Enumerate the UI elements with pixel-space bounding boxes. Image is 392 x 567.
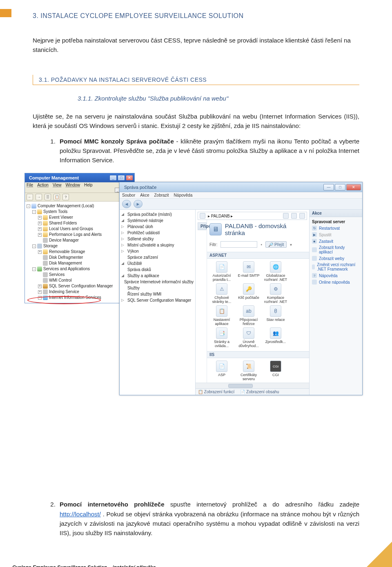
- tree-node[interactable]: -Computer Management (Local): [27, 203, 133, 209]
- chevron-icon[interactable]: ▷: [121, 224, 125, 230]
- expand-toggle[interactable]: -: [32, 210, 36, 214]
- feature-icon[interactable]: 📜Certifikáty serveru: [236, 361, 261, 381]
- back-button[interactable]: ◄: [122, 200, 131, 208]
- feature-icon[interactable]: CGICGI: [263, 361, 288, 381]
- tree-node[interactable]: ◢Správa počítače (místní): [121, 211, 194, 217]
- tree-node[interactable]: -System Tools: [27, 209, 133, 215]
- chevron-icon[interactable]: ▷: [121, 248, 125, 254]
- tree-node[interactable]: ◢Služby a aplikace: [121, 273, 194, 279]
- tree-node[interactable]: ▷Prohlížeč událostí: [121, 230, 194, 236]
- close-button[interactable]: ✕: [346, 184, 361, 190]
- action-link[interactable]: ■Zastavit: [310, 238, 362, 244]
- tree-node[interactable]: ◢Systémové nástroje: [121, 217, 194, 224]
- menu-item[interactable]: Help: [84, 183, 93, 187]
- breadcrumb-help-icon[interactable]: [299, 213, 305, 219]
- tree-node[interactable]: ▷Místní uživatelé a skupiny: [121, 242, 194, 248]
- minimize-button[interactable]: —: [323, 184, 334, 190]
- feature-icon[interactable]: ⚠Chybové stránky te...: [209, 283, 234, 304]
- menu-item[interactable]: Action: [37, 183, 49, 187]
- action-link[interactable]: Zobrazit weby: [310, 255, 362, 262]
- menu-item[interactable]: Soubor: [122, 193, 135, 197]
- view-content[interactable]: Zobrazení obsahu: [246, 390, 279, 394]
- expand-toggle[interactable]: +: [38, 216, 42, 220]
- tree-node[interactable]: +Indexing Service: [27, 289, 133, 295]
- tree-node[interactable]: Správa disků: [121, 267, 194, 273]
- refresh-icon[interactable]: 📋: [53, 194, 60, 200]
- expand-toggle[interactable]: -: [32, 244, 36, 248]
- tree-node[interactable]: ▷Plánovač úloh: [121, 224, 194, 230]
- connection-item[interactable]: [196, 230, 207, 233]
- breadcrumb[interactable]: ▸ PALDANB ▸: [198, 212, 307, 220]
- maximize-button[interactable]: □: [335, 184, 345, 190]
- menu-item[interactable]: Zobrazit: [154, 193, 169, 197]
- tree-node[interactable]: ▷Výkon: [121, 248, 194, 254]
- action-link[interactable]: ?Nápověda: [310, 272, 362, 279]
- chevron-icon[interactable]: ◢: [121, 211, 125, 217]
- tree-node[interactable]: Disk Defragmenter: [27, 255, 133, 260]
- chevron-icon[interactable]: ▷: [121, 242, 125, 248]
- help-icon[interactable]: ?: [62, 194, 69, 200]
- feature-icon[interactable]: 👥Zprostředk...: [263, 327, 288, 348]
- menubar[interactable]: FileActionViewWindowHelp: [25, 182, 134, 188]
- tree-node[interactable]: ◢Úložiště: [121, 260, 194, 267]
- maximize-button[interactable]: □: [118, 175, 125, 181]
- tree-node[interactable]: Správce zařízení: [121, 254, 194, 260]
- forward-button[interactable]: ►: [134, 200, 143, 208]
- titlebar[interactable]: Správa počítače — □ ✕: [120, 182, 362, 192]
- go-button[interactable]: 🔎Přejít: [265, 241, 287, 248]
- feature-icon[interactable]: 📑Stránky a ovláda...: [209, 327, 234, 348]
- action-link[interactable]: Zobrazit fondy aplikací: [310, 244, 362, 255]
- feature-icon[interactable]: 📄Autorizační pravidla t...: [209, 261, 234, 282]
- tree-node[interactable]: ▷SQL Server Configuration Manager: [121, 297, 194, 303]
- feature-icon[interactable]: 🛡Úrovně důvěryhod...: [236, 327, 261, 348]
- feature-icon[interactable]: 📄ASP: [209, 361, 234, 381]
- tree-node[interactable]: -Storage: [27, 243, 133, 249]
- expand-toggle[interactable]: +: [38, 233, 42, 237]
- chevron-icon[interactable]: ◢: [121, 217, 125, 224]
- feature-icon[interactable]: 📋Nastavení aplikace: [209, 305, 234, 326]
- tree-node[interactable]: Device Manager: [27, 238, 133, 243]
- tree-node[interactable]: Services: [27, 272, 133, 278]
- breadcrumb-tool-icon[interactable]: [291, 213, 297, 219]
- chevron-icon[interactable]: ▷: [121, 230, 125, 236]
- expand-toggle[interactable]: +: [38, 285, 42, 288]
- localhost-link[interactable]: http://localhost/: [60, 511, 101, 518]
- menu-item[interactable]: Window: [65, 183, 80, 187]
- view-switcher[interactable]: 📋 Zobrazení funkcí 📄 Zobrazení obsahu: [196, 388, 309, 395]
- horizontal-scrollbar[interactable]: [196, 383, 309, 388]
- tree-node[interactable]: Správce Internetové informační služby: [121, 279, 194, 285]
- feature-icon[interactable]: 🔑Klíč počítače: [236, 283, 261, 304]
- action-link[interactable]: Změnit verzi rozhraní .NET Framework: [310, 262, 362, 272]
- chevron-icon[interactable]: ◢: [121, 260, 125, 267]
- action-link[interactable]: ↻Restartovat: [310, 225, 362, 231]
- back-icon[interactable]: ←: [27, 194, 33, 200]
- expand-toggle[interactable]: +: [38, 290, 42, 294]
- tree-node[interactable]: ▷Sdílené složky: [121, 236, 194, 242]
- menu-item[interactable]: Akce: [140, 193, 149, 197]
- breadcrumb-tool-icon[interactable]: [283, 213, 289, 219]
- menubar[interactable]: SouborAkceZobrazitNápověda: [120, 192, 362, 199]
- expand-toggle[interactable]: -: [32, 267, 36, 271]
- expand-toggle[interactable]: +: [38, 227, 42, 231]
- chevron-icon[interactable]: ◢: [121, 273, 125, 279]
- feature-icon[interactable]: 🛢Stav relace: [263, 305, 288, 326]
- close-button[interactable]: ✕: [126, 175, 133, 181]
- menu-item[interactable]: View: [53, 183, 62, 187]
- expand-toggle[interactable]: +: [38, 222, 42, 225]
- tree-node[interactable]: Služby: [121, 285, 194, 291]
- expand-toggle[interactable]: -: [27, 204, 30, 208]
- tree-node[interactable]: +Performance Logs and Alerts: [27, 232, 133, 238]
- feature-icon[interactable]: ⚙Kompilace rozhraní .NET: [263, 283, 288, 304]
- tree-node[interactable]: +Shared Folders: [27, 220, 133, 226]
- tree-node[interactable]: +Removable Storage: [27, 249, 133, 255]
- tree-node[interactable]: +SQL Server Configuration Manager: [27, 283, 133, 289]
- tree-node[interactable]: +Local Users and Groups: [27, 226, 133, 232]
- tree-node[interactable]: Disk Management: [27, 260, 133, 266]
- tree-node[interactable]: WMI Control: [27, 278, 133, 283]
- left-tree-panel[interactable]: ◢Správa počítače (místní)◢Systémové nást…: [120, 210, 196, 395]
- tree-view[interactable]: -Computer Management (Local)-System Tool…: [25, 202, 134, 303]
- feature-icon[interactable]: 🌐Globalizace rozhraní .NET: [263, 261, 288, 282]
- forward-icon[interactable]: →: [36, 194, 42, 200]
- tree-node[interactable]: +Event Viewer: [27, 215, 133, 220]
- feature-icon[interactable]: ✉E-mail SMTP: [236, 261, 261, 282]
